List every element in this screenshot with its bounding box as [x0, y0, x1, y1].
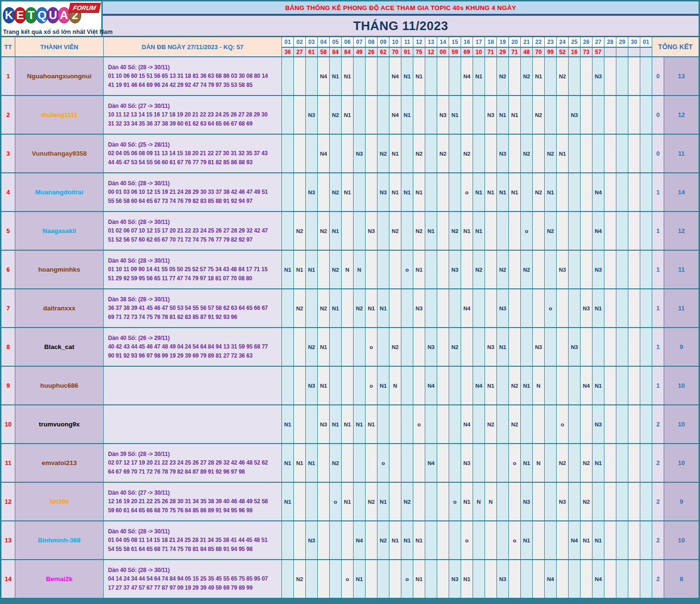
day-cell: N2: [509, 367, 520, 404]
day-cell: N4: [461, 57, 473, 95]
member-name[interactable]: Nguahoangxuongnui: [15, 57, 103, 95]
day-cell: [377, 560, 389, 598]
member-name[interactable]: daitranxxx: [15, 289, 103, 327]
dan-text-line: 55 56 58 60 64 65 67 73 74 76 79 82 83 8…: [108, 197, 252, 206]
kq-value: 16: [569, 48, 580, 56]
day-cell: [473, 289, 485, 327]
day-cell: N2: [557, 444, 568, 482]
member-name[interactable]: hoangminhks: [15, 251, 103, 288]
dan-text-line: 01 04 05 08 11 14 15 18 21 24 25 28 31 3…: [108, 536, 268, 545]
dan-text-line: 04 14 24 34 44 54 64 74 84 94 05 15 25 3…: [108, 574, 268, 583]
dan-text-line: Dàn 40 Số: (28 -> 30/11): [108, 63, 170, 72]
member-name[interactable]: huuphuc686: [15, 367, 103, 404]
day-cell: [628, 212, 640, 250]
day-header: 29: [616, 37, 628, 47]
day-cell: [485, 521, 496, 559]
dan-cell: [104, 405, 281, 443]
day-cell: [294, 135, 305, 172]
kq-value: 61: [306, 48, 317, 56]
member-name[interactable]: Black_cat: [15, 328, 103, 366]
day-cell: [330, 135, 341, 172]
member-name[interactable]: thulang1111: [15, 96, 103, 134]
day-cell: [473, 405, 485, 443]
total-first-cell: 1: [652, 251, 664, 288]
day-cell: [604, 367, 616, 404]
kq-value: 36: [282, 48, 293, 56]
day-cell: [521, 173, 532, 211]
day-cell: [354, 96, 365, 134]
day-cell: N1: [389, 135, 401, 172]
day-cell: [521, 96, 532, 134]
day-cell: N1: [401, 173, 413, 211]
dan-text-line: 69 71 72 73 74 75 76 78 81 82 83 85 87 9…: [108, 313, 237, 322]
day-cell: [473, 444, 485, 482]
day-cell: [318, 483, 329, 520]
member-name[interactable]: Vunuthangay9358: [15, 135, 103, 172]
day-cell: N1: [473, 212, 485, 250]
kq-value: 49: [354, 48, 365, 56]
member-name[interactable]: Naagasakii: [15, 212, 103, 250]
day-cell: N3: [366, 212, 377, 250]
day-header: 04: [318, 37, 329, 47]
dan-text-line: 02 04 05 06 08 09 11 13 14 15 18 20 21 2…: [108, 149, 268, 158]
day-cell: N1: [497, 173, 508, 211]
day-cell: [354, 367, 365, 404]
kq-value: 57: [592, 48, 604, 56]
day-cell: [425, 405, 437, 443]
member-name[interactable]: emvatoi213: [15, 444, 103, 482]
day-cell: [354, 483, 365, 520]
day-cell: N2: [509, 405, 520, 443]
day-cell: [449, 444, 461, 482]
day-cell: N4: [425, 444, 437, 482]
total-second-cell: 10: [664, 405, 699, 443]
day-cell: N2: [354, 289, 365, 327]
day-cell: N1: [461, 212, 473, 250]
tt-cell: 3: [1, 135, 15, 172]
day-cell: [616, 521, 628, 559]
day-cell: [557, 173, 568, 211]
day-cell: [545, 444, 556, 482]
member-name[interactable]: Bemai2k: [15, 560, 103, 598]
day-cell: [401, 444, 413, 482]
member-name[interactable]: trumvuong9x: [15, 405, 103, 443]
day-cell: N2: [389, 212, 401, 250]
day-cell: [342, 521, 353, 559]
day-cell: [437, 173, 449, 211]
kq-value: 52: [557, 48, 568, 56]
day-cell: N4: [592, 212, 604, 250]
dan-text-line: 17 27 37 47 57 67 77 87 97 09 19 29 39 4…: [108, 583, 252, 593]
day-cell: [640, 57, 652, 95]
day-cell: N3: [497, 135, 508, 172]
member-name[interactable]: Binhminh-368: [15, 521, 103, 559]
day-cell: [569, 560, 580, 598]
day-cell: [616, 367, 628, 404]
kq-value: 71: [509, 48, 520, 56]
day-cell: N1: [557, 135, 568, 172]
day-cell: N1: [521, 444, 532, 482]
member-name[interactable]: Muanangdoitrai: [15, 173, 103, 211]
day-header: 03: [306, 37, 317, 47]
site-logo[interactable]: KETQUA2 FORUM Trang kết quả xổ số lớn nh…: [1, 1, 103, 36]
page-frame: KETQUA2 FORUM Trang kết quả xổ số lớn nh…: [0, 0, 700, 604]
day-cell: [461, 328, 473, 366]
day-cell: N1: [389, 521, 401, 559]
day-cell: [449, 289, 461, 327]
day-cell: [521, 328, 532, 366]
member-name[interactable]: Nn300: [15, 483, 103, 520]
day-cell: N1: [581, 521, 592, 559]
day-cell: N1: [592, 444, 604, 482]
day-cell: [592, 135, 604, 172]
day-cell: N1: [377, 483, 389, 520]
day-cell: [413, 483, 425, 520]
day-cell: N2: [437, 135, 449, 172]
day-cell: [521, 405, 532, 443]
dan-text-line: 01 10 06 60 15 51 56 65 13 31 18 81 36 6…: [108, 72, 268, 81]
day-cell: N3: [306, 367, 317, 404]
day-cell: N2: [330, 444, 341, 482]
dan-text-line: 44 45 47 53 54 55 56 60 61 67 76 77 79 8…: [108, 158, 252, 167]
day-cell: [366, 57, 377, 95]
day-cell: [425, 96, 437, 134]
kq-value: 70: [389, 48, 401, 56]
day-cell: N3: [592, 57, 604, 95]
day-cell: [640, 173, 652, 211]
